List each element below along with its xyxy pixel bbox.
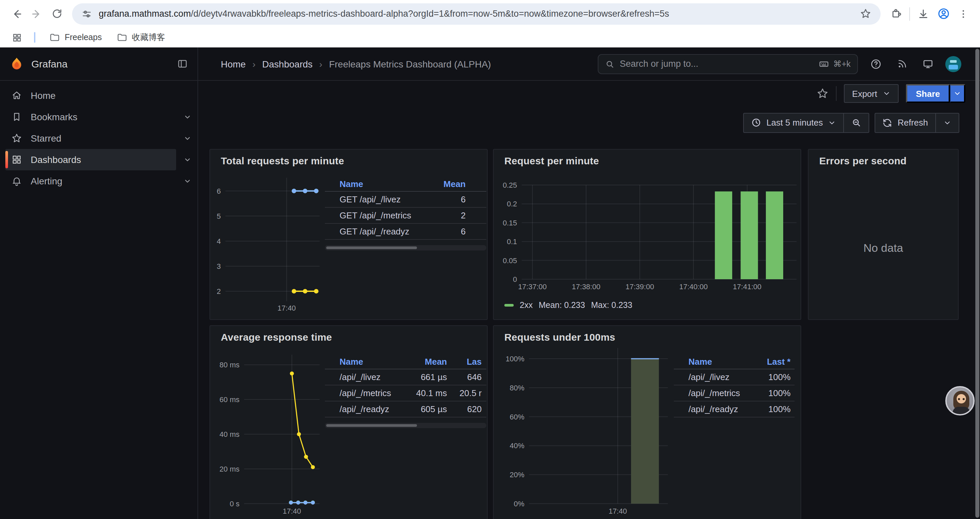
help-icon[interactable] bbox=[867, 55, 885, 72]
legend-column-name[interactable]: Name bbox=[340, 179, 426, 189]
brand-name[interactable]: Grafana bbox=[31, 58, 67, 69]
sidebar-item-dashboards[interactable]: Dashboards bbox=[5, 149, 176, 170]
sidebar-item-alerting[interactable]: Alerting bbox=[5, 170, 176, 192]
refresh-button[interactable]: Refresh bbox=[876, 113, 935, 132]
monitor-icon[interactable] bbox=[919, 55, 937, 72]
breadcrumb-dashboards[interactable]: Dashboards bbox=[262, 58, 313, 69]
svg-text:20%: 20% bbox=[510, 471, 524, 479]
apps-grid-icon[interactable] bbox=[8, 32, 26, 42]
legend-column-mean[interactable]: Mean bbox=[407, 356, 447, 366]
legend-hscrollbar-thumb[interactable] bbox=[326, 424, 417, 427]
legend-row[interactable]: GET /api/_/metrics2 bbox=[325, 208, 486, 224]
dashboards-grid-icon bbox=[11, 154, 22, 165]
chevron-down-icon[interactable] bbox=[180, 152, 195, 167]
panel-title[interactable]: Errors per second bbox=[819, 155, 907, 166]
series-name[interactable]: GET /api/_/metrics bbox=[340, 211, 426, 220]
svg-text:0.25: 0.25 bbox=[503, 181, 517, 189]
scrollbar-thumb[interactable] bbox=[975, 49, 979, 517]
chevron-down-icon[interactable] bbox=[180, 131, 195, 145]
legend-row[interactable]: /api/_/metrics100% bbox=[674, 385, 795, 401]
panel-title[interactable]: Request per minute bbox=[504, 155, 599, 166]
panel-title[interactable]: Average response time bbox=[221, 331, 332, 343]
legend-inline[interactable]: 2xxMean: 0.233Max: 0.233 bbox=[504, 300, 632, 310]
time-range-picker[interactable]: Last 5 minutes bbox=[744, 113, 843, 132]
dashboard-grid: Total requests per minute 6543217:40 Nam… bbox=[198, 139, 980, 519]
chevron-down-icon[interactable] bbox=[180, 174, 195, 188]
legend-column-name[interactable]: Name bbox=[340, 356, 407, 366]
assistant-avatar[interactable] bbox=[945, 386, 975, 415]
sidebar-item-home[interactable]: Home bbox=[5, 85, 176, 106]
legend-hscrollbar[interactable] bbox=[325, 423, 486, 428]
zoom-out-button[interactable] bbox=[843, 113, 869, 132]
url-text[interactable]: grafana.mathmast.com/d/deytv4rwavabkb/fr… bbox=[99, 9, 853, 19]
series-name[interactable]: /api/_/readyz bbox=[689, 404, 759, 414]
legend-column-mean[interactable]: Mean bbox=[426, 179, 466, 189]
series-name[interactable]: GET /api/_/readyz bbox=[340, 227, 426, 236]
legend-table-header[interactable]: NameMean bbox=[325, 176, 486, 192]
refresh-interval-chevron[interactable] bbox=[935, 113, 959, 132]
rss-icon[interactable] bbox=[893, 55, 911, 72]
legend-hscrollbar-thumb[interactable] bbox=[326, 246, 417, 249]
bookmark-star-icon[interactable] bbox=[860, 8, 871, 19]
download-icon[interactable] bbox=[913, 4, 933, 24]
sidebar-item-bookmarks[interactable]: Bookmarks bbox=[5, 106, 176, 128]
url-bar[interactable]: grafana.mathmast.com/d/deytv4rwavabkb/fr… bbox=[72, 3, 881, 24]
bookmark-folder-freeleaps[interactable]: Freeleaps bbox=[43, 30, 108, 45]
forward-icon[interactable] bbox=[27, 4, 47, 24]
panel-title[interactable]: Requests under 100ms bbox=[504, 331, 615, 343]
time-range-group: Last 5 minutes bbox=[743, 113, 870, 133]
legend-column-name[interactable]: Name bbox=[689, 356, 759, 366]
legend-row[interactable]: /api/_/livez100% bbox=[674, 369, 795, 385]
series-name[interactable]: /api/_/livez bbox=[340, 372, 407, 382]
legend-row[interactable]: /api/_/readyz100% bbox=[674, 401, 795, 417]
bar-chart[interactable]: 0.250.20.150.10.05017:37:0017:38:0017:39… bbox=[494, 170, 801, 320]
legend-hscrollbar[interactable] bbox=[325, 245, 486, 251]
series-name[interactable]: 2xx bbox=[520, 300, 533, 310]
legend-table-header[interactable]: NameMeanLas bbox=[325, 354, 486, 369]
bell-icon bbox=[11, 176, 22, 186]
panel-title[interactable]: Total requests per minute bbox=[221, 155, 344, 166]
svg-text:0%: 0% bbox=[514, 500, 524, 508]
legend-row[interactable]: GET /api/_/livez6 bbox=[325, 192, 486, 208]
chevron-down-icon[interactable] bbox=[180, 110, 195, 124]
search-input[interactable]: Search or jump to... ⌘+k bbox=[598, 54, 858, 74]
legend-column-las[interactable]: Las bbox=[447, 356, 482, 366]
series-name[interactable]: /api/_/metrics bbox=[340, 388, 407, 398]
legend-table-header[interactable]: NameLast * bbox=[674, 354, 795, 369]
favorite-star-icon[interactable] bbox=[817, 88, 829, 99]
search-placeholder: Search or jump to... bbox=[620, 59, 698, 69]
reload-icon[interactable] bbox=[47, 4, 67, 24]
svg-text:17:40: 17:40 bbox=[277, 304, 296, 312]
grafana-logo[interactable] bbox=[10, 56, 24, 71]
browser-toolbar: grafana.mathmast.com/d/deytv4rwavabkb/fr… bbox=[0, 0, 980, 27]
extensions-icon[interactable] bbox=[886, 4, 906, 24]
legend-column-last[interactable]: Last * bbox=[759, 356, 791, 366]
share-button[interactable]: Share bbox=[906, 84, 950, 103]
site-settings-icon[interactable] bbox=[81, 8, 92, 19]
legend-row[interactable]: /api/_/livez661 µs646 bbox=[325, 369, 486, 385]
legend-row[interactable]: GET /api/_/readyz6 bbox=[325, 224, 486, 240]
star-icon bbox=[11, 133, 22, 144]
svg-text:17:41:00: 17:41:00 bbox=[733, 283, 762, 291]
time-range-label: Last 5 minutes bbox=[767, 118, 823, 128]
no-data-label: No data bbox=[808, 242, 958, 255]
legend-row[interactable]: /api/_/metrics40.1 ms20.5 r bbox=[325, 385, 486, 401]
export-button[interactable]: Export bbox=[844, 84, 899, 103]
time-controls: Last 5 minutes Refresh bbox=[198, 106, 980, 139]
legend-row[interactable]: /api/_/readyz605 µs620 bbox=[325, 401, 486, 417]
page-scrollbar[interactable] bbox=[975, 48, 980, 519]
sidebar-toggle-icon[interactable] bbox=[177, 58, 188, 69]
breadcrumb-home[interactable]: Home bbox=[221, 58, 246, 69]
bookmark-folder-blogs[interactable]: 收藏博客 bbox=[110, 30, 171, 45]
share-menu-chevron[interactable] bbox=[950, 84, 965, 103]
user-avatar[interactable] bbox=[945, 56, 961, 72]
series-name[interactable]: /api/_/livez bbox=[689, 372, 759, 382]
series-name[interactable]: /api/_/readyz bbox=[340, 404, 407, 414]
profile-icon[interactable] bbox=[933, 4, 953, 24]
back-icon[interactable] bbox=[7, 4, 27, 24]
series-name[interactable]: GET /api/_/livez bbox=[340, 194, 426, 204]
sidebar-item-starred[interactable]: Starred bbox=[5, 128, 176, 149]
browser-menu-icon[interactable] bbox=[953, 4, 973, 24]
legend-table: NameMeanGET /api/_/livez6GET /api/_/metr… bbox=[325, 176, 486, 251]
series-name[interactable]: /api/_/metrics bbox=[689, 388, 759, 398]
